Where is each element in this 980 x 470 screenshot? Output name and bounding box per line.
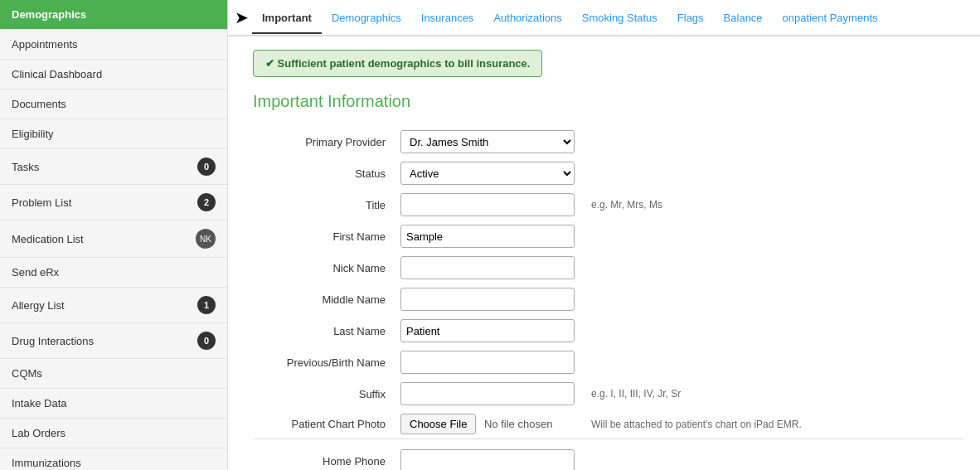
success-banner: ✔ Sufficient patient demographics to bil… (253, 50, 542, 77)
suffix-input[interactable] (400, 382, 575, 405)
sidebar-item-problem-list[interactable]: Problem List2 (0, 185, 227, 220)
tab-onpatient-payments[interactable]: onpatient Payments (773, 3, 888, 34)
sidebar-item-label: Documents (12, 98, 66, 110)
title-label: Title (253, 189, 394, 220)
middle-name-input[interactable] (400, 288, 575, 311)
sidebar-item-eligibility[interactable]: Eligibility (0, 119, 227, 149)
primary-provider-label: Primary Provider (253, 126, 394, 157)
previous-birth-name-label: Previous/Birth Name (253, 346, 394, 378)
sidebar-item-allergy-list[interactable]: Allergy List1 (0, 288, 227, 323)
tab-smoking-status[interactable]: Smoking Status (572, 3, 667, 34)
tab-balance[interactable]: Balance (714, 3, 773, 34)
sidebar-item-clinical-dashboard[interactable]: Clinical Dashboard (0, 60, 227, 90)
sidebar-item-immunizations[interactable]: Immunizations (0, 448, 227, 470)
sidebar-item-lab-orders[interactable]: Lab Orders (0, 419, 227, 448)
sidebar-item-label: Clinical Dashboard (12, 68, 102, 80)
sidebar-item-label: Eligibility (12, 128, 54, 140)
nick-name-label: Nick Name (253, 252, 394, 283)
content-area: ✔ Sufficient patient demographics to bil… (228, 36, 980, 470)
status-select[interactable]: ActiveInactiveDeceased (400, 162, 575, 185)
first-name-label: First Name (253, 220, 394, 252)
home-phone-label: Home Phone (253, 439, 394, 471)
sidebar-badge: 2 (197, 193, 216, 211)
sidebar-item-label: CQMs (12, 367, 42, 380)
nick-name-input[interactable] (400, 256, 575, 279)
sidebar-badge: NK (196, 229, 216, 249)
primary-provider-select[interactable]: Dr. James SmithDr. Jane Doe (400, 130, 575, 153)
sidebar-item-drug-interactions[interactable]: Drug Interactions0 (0, 323, 227, 359)
status-label: Status (253, 157, 394, 189)
sidebar-item-label: Tasks (12, 161, 39, 173)
sidebar-item-label: Allergy List (12, 299, 65, 312)
sidebar-item-label: Medication List (12, 233, 84, 245)
patient-chart-photo-label: Patient Chart Photo (253, 409, 394, 439)
sidebar-item-label: Send eRx (12, 266, 59, 279)
sidebar-badge: 1 (197, 296, 216, 314)
tab-bar: ➤ ImportantDemographicsInsurancesAuthori… (228, 0, 980, 36)
previous-birth-name-input[interactable] (400, 351, 575, 374)
sidebar-badge: 0 (197, 157, 216, 176)
chart-photo-hint: Will be attached to patient's chart on i… (585, 409, 963, 439)
sidebar-item-label: Drug Interactions (12, 335, 94, 347)
tab-flags[interactable]: Flags (667, 3, 714, 34)
main-content: ➤ ImportantDemographicsInsurancesAuthori… (228, 0, 980, 470)
sidebar-item-label: Immunizations (12, 457, 81, 469)
title-input[interactable] (400, 193, 575, 216)
sidebar-item-documents[interactable]: Documents (0, 90, 227, 119)
sidebar-badge: 0 (197, 332, 216, 350)
sidebar-item-medication-list[interactable]: Medication ListNK (0, 220, 227, 258)
sidebar-item-label: Intake Data (12, 397, 67, 409)
tab-insurances[interactable]: Insurances (411, 3, 484, 34)
sidebar-item-tasks[interactable]: Tasks0 (0, 149, 227, 185)
tab-demographics[interactable]: Demographics (322, 3, 411, 34)
sidebar-item-demographics[interactable]: Demographics (0, 0, 227, 30)
tab-authorizations[interactable]: Authorizations (483, 3, 571, 34)
no-file-text: No file chosen (484, 418, 552, 430)
section-title: Important Information (253, 92, 963, 111)
sidebar-item-label: Appointments (12, 38, 78, 51)
suffix-label: Suffix (253, 378, 394, 409)
sidebar-item-label: Problem List (12, 196, 71, 209)
sidebar-item-send-erx[interactable]: Send eRx (0, 258, 227, 288)
home-phone-input[interactable] (400, 449, 575, 470)
title-hint: e.g. Mr, Mrs, Ms (585, 189, 963, 220)
suffix-hint: e.g. I, II, III, IV, Jr, Sr (585, 378, 963, 409)
sidebar-item-label: Demographics (12, 8, 86, 21)
choose-file-button[interactable]: Choose File (400, 414, 476, 434)
important-info-form: Primary Provider Dr. James SmithDr. Jane… (253, 126, 963, 470)
sidebar: DemographicsAppointmentsClinical Dashboa… (0, 0, 228, 470)
sidebar-item-intake-data[interactable]: Intake Data (0, 389, 227, 419)
arrow-indicator: ➤ (235, 7, 249, 27)
sidebar-item-cqms[interactable]: CQMs (0, 359, 227, 389)
sidebar-item-label: Lab Orders (12, 427, 65, 439)
last-name-label: Last Name (253, 315, 394, 346)
last-name-input[interactable] (400, 319, 575, 342)
sidebar-item-appointments[interactable]: Appointments (0, 30, 227, 60)
middle-name-label: Middle Name (253, 283, 394, 315)
tab-important[interactable]: Important (252, 3, 322, 34)
first-name-input[interactable] (400, 225, 575, 248)
